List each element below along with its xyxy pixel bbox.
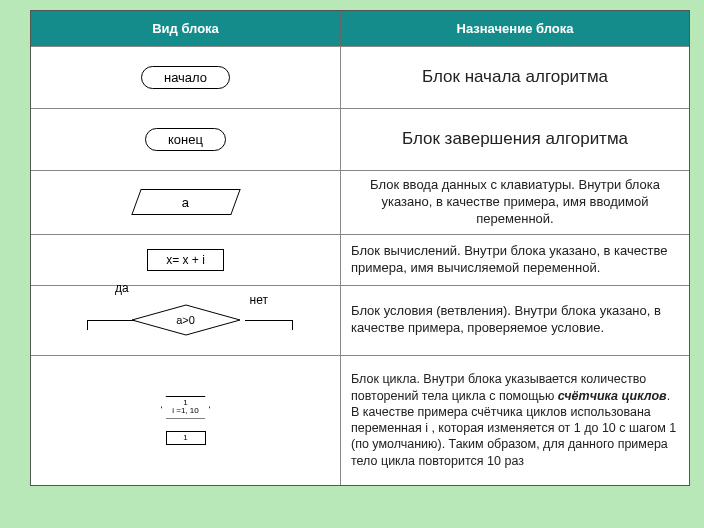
- loop-block: 1 i =1, 10 1: [161, 396, 209, 445]
- loop-hex: 1 i =1, 10: [161, 396, 209, 419]
- shape-label: a>0: [176, 314, 195, 326]
- table-row: да нет a>0 Блок условия (ветвления). Вну…: [31, 285, 689, 355]
- terminator-start: начало: [141, 66, 230, 89]
- desc-text: Блок завершения алгоритма: [341, 109, 689, 170]
- table-row: x= x + i Блок вычислений. Внутри блока у…: [31, 234, 689, 285]
- shape-label: конец: [168, 132, 203, 147]
- desc-text: Блок цикла. Внутри блока указывается кол…: [341, 356, 689, 485]
- flowchart-table: Вид блока Назначение блока начало Блок н…: [30, 10, 690, 486]
- table-row: a Блок ввода данных с клавиатуры. Внутри…: [31, 170, 689, 234]
- no-label: нет: [250, 293, 268, 307]
- table-row: 1 i =1, 10 1 Блок цикла. Внутри блока ук…: [31, 355, 689, 485]
- shape-label: a: [182, 195, 189, 210]
- desc-text: Блок ввода данных с клавиатуры. Внутри б…: [341, 171, 689, 234]
- table-row: начало Блок начала алгоритма: [31, 46, 689, 108]
- io-block: a: [131, 189, 240, 215]
- table-header: Вид блока Назначение блока: [31, 11, 689, 46]
- shape-label: начало: [164, 70, 207, 85]
- process-block: x= x + i: [147, 249, 224, 271]
- desc-text: Блок начала алгоритма: [341, 47, 689, 108]
- table-row: конец Блок завершения алгоритма: [31, 108, 689, 170]
- shape-label: x= x + i: [166, 253, 205, 267]
- loop-counter-label: i =1, 10: [172, 407, 198, 415]
- desc-text: Блок условия (ветвления). Внутри блока у…: [341, 286, 689, 355]
- header-col-desc: Назначение блока: [341, 11, 689, 46]
- loop-body-label: 1: [183, 433, 187, 442]
- terminator-end: конец: [145, 128, 226, 151]
- desc-text: Блок вычислений. Внутри блока указано, в…: [341, 235, 689, 285]
- header-col-shape: Вид блока: [31, 11, 341, 46]
- decision-block: да нет a>0: [35, 295, 336, 345]
- yes-label: да: [115, 281, 129, 295]
- loop-body: 1: [166, 431, 206, 445]
